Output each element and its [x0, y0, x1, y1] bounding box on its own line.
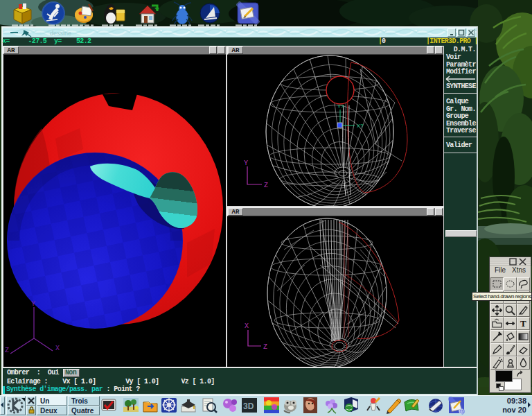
svg-text:Z: Z: [263, 343, 267, 351]
svg-text:X?: X?: [357, 123, 364, 129]
svg-text:X: X: [245, 322, 249, 330]
svg-text:Z: Z: [5, 347, 9, 354]
svg-text:Y?: Y?: [337, 103, 344, 110]
svg-text:X: X: [55, 345, 60, 352]
svg-text:3D: 3D: [243, 401, 254, 411]
svg-text:Y: Y: [31, 300, 35, 308]
svg-text:T: T: [520, 318, 526, 329]
svg-text:Y: Y: [244, 159, 248, 167]
svg-text:Z: Z: [264, 182, 268, 189]
svg-text:dessine: dessine: [50, 30, 71, 37]
